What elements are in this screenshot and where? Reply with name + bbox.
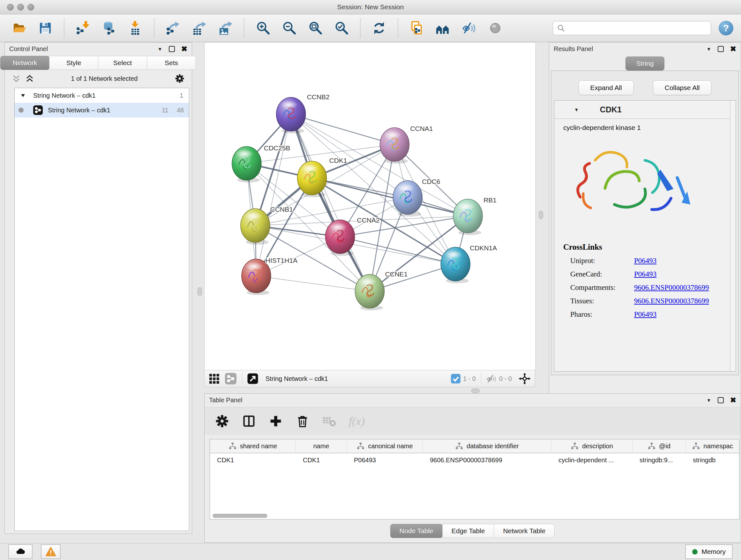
table-horizontal-scrollbar[interactable] xyxy=(212,514,267,518)
birds-eye-view-icon[interactable] xyxy=(247,373,259,384)
panel-maximize-icon[interactable] xyxy=(169,46,175,52)
help-icon[interactable]: ? xyxy=(719,21,733,36)
export-table-icon[interactable] xyxy=(192,20,207,36)
memory-button[interactable]: Memory xyxy=(685,544,733,559)
right-splitter-handle[interactable] xyxy=(539,211,543,219)
tab-sets[interactable]: Sets xyxy=(147,56,196,70)
left-splitter-handle[interactable] xyxy=(198,287,202,296)
collapse-all-networks-icon[interactable] xyxy=(12,74,21,83)
table-cell[interactable]: CDK1 xyxy=(210,453,296,467)
results-scrollbar[interactable] xyxy=(730,101,736,371)
column-header-@id[interactable]: @id xyxy=(632,439,686,453)
table-row[interactable]: CDK1CDK1P064939606.ENSP00000378699cyclin… xyxy=(210,453,739,467)
tab-edge-table[interactable]: Edge Table xyxy=(442,524,494,538)
panel-maximize-icon[interactable] xyxy=(718,46,724,52)
expand-all-button[interactable]: Expand All xyxy=(579,80,634,95)
panel-float-icon[interactable]: ▼ xyxy=(706,46,711,52)
network-node-RB1[interactable] xyxy=(453,199,482,235)
bottom-splitter-handle[interactable] xyxy=(471,388,480,393)
panel-float-icon[interactable]: ▼ xyxy=(158,46,162,52)
collapse-all-button[interactable]: Collapse All xyxy=(653,80,712,95)
network-node-CCNB1[interactable] xyxy=(241,208,270,245)
tab-string[interactable]: String xyxy=(625,57,664,71)
network-node-CCNA2[interactable] xyxy=(326,220,355,256)
minimize-window-icon[interactable] xyxy=(17,4,24,10)
save-session-icon[interactable] xyxy=(38,20,53,36)
crosslink-link[interactable]: P06493 xyxy=(634,270,657,278)
show-all-icon[interactable] xyxy=(488,20,503,36)
column-header-description[interactable]: description xyxy=(551,439,632,453)
collection-expander-icon[interactable] xyxy=(20,93,25,98)
grid-view-icon[interactable] xyxy=(208,373,220,384)
crosslink-link[interactable]: P06493 xyxy=(634,257,657,265)
column-header-shared-name[interactable]: shared name xyxy=(210,439,296,453)
network-node-CDC25B[interactable] xyxy=(232,146,261,183)
tab-style[interactable]: Style xyxy=(49,56,98,70)
fit-selected-crosshair-icon[interactable] xyxy=(518,372,531,385)
close-window-icon[interactable] xyxy=(7,4,14,10)
column-header-namespac[interactable]: namespac xyxy=(686,439,739,453)
table-cell[interactable]: stringdb:9... xyxy=(632,453,686,467)
panel-close-icon[interactable]: ✖ xyxy=(730,45,736,53)
export-image-icon[interactable] xyxy=(218,20,233,36)
table-options-gear-icon[interactable] xyxy=(215,414,229,428)
table-cell[interactable]: 9606.ENSP00000378699 xyxy=(423,453,551,467)
warning-status-button[interactable] xyxy=(41,544,61,559)
first-neighbors-icon[interactable] xyxy=(435,20,451,36)
column-header-canonical-name[interactable]: canonical name xyxy=(347,439,423,453)
panel-maximize-icon[interactable] xyxy=(718,397,724,403)
delete-column-icon[interactable] xyxy=(295,414,310,428)
import-table-from-file-icon[interactable] xyxy=(128,20,143,36)
network-node-CCNE1[interactable] xyxy=(355,274,385,310)
maximize-window-icon[interactable] xyxy=(27,4,34,10)
open-session-icon[interactable] xyxy=(11,20,27,36)
tab-node-table[interactable]: Node Table xyxy=(390,524,443,538)
zoom-selected-icon[interactable] xyxy=(334,20,349,36)
create-column-icon[interactable] xyxy=(268,414,283,428)
panel-close-icon[interactable]: ✖ xyxy=(730,396,736,404)
search-input[interactable] xyxy=(568,24,707,32)
table-cell[interactable]: cyclin-dependent ... xyxy=(551,453,632,467)
panel-float-icon[interactable]: ▼ xyxy=(706,397,711,403)
expand-all-networks-icon[interactable] xyxy=(25,74,34,83)
tab-network-table[interactable]: Network Table xyxy=(494,524,555,538)
crosslink-link[interactable]: P06493 xyxy=(634,310,657,319)
crosslink-link[interactable]: 9606.ENSP00000378699 xyxy=(634,284,709,292)
zoom-out-icon[interactable] xyxy=(281,20,297,36)
fit-content-icon[interactable] xyxy=(308,20,323,36)
gene-section-header[interactable]: ▼ CDK1 xyxy=(554,101,736,119)
network-icon xyxy=(33,105,43,115)
table-cell[interactable]: P06493 xyxy=(347,453,423,467)
network-view-icon[interactable] xyxy=(225,373,237,384)
network-node-CCNA1[interactable] xyxy=(380,128,409,164)
tab-select[interactable]: Select xyxy=(98,56,147,70)
export-network-icon[interactable] xyxy=(165,20,181,36)
zoom-in-icon[interactable] xyxy=(255,20,271,36)
import-network-from-file-icon[interactable] xyxy=(75,20,91,36)
tab-network[interactable]: Network xyxy=(0,56,50,70)
section-expander-icon[interactable]: ▼ xyxy=(574,107,579,112)
footer-separator xyxy=(242,372,243,385)
table-cell[interactable]: CDK1 xyxy=(296,453,347,467)
refresh-icon[interactable] xyxy=(372,20,387,36)
function-builder-icon: f(x) xyxy=(349,415,365,428)
import-network-from-database-icon[interactable] xyxy=(102,20,117,36)
annotations-icon[interactable] xyxy=(409,20,424,36)
network-node-CCNB2[interactable] xyxy=(276,98,306,133)
table-cell[interactable]: stringdb xyxy=(686,453,739,467)
network-edge-count: 48 xyxy=(177,107,184,114)
panel-close-icon[interactable]: ✖ xyxy=(181,45,187,53)
column-header-database-identifier[interactable]: database identifier xyxy=(423,439,551,453)
window-title: Session: New Session xyxy=(0,0,741,14)
column-header-name[interactable]: name xyxy=(296,439,347,453)
network-collection-row[interactable]: String Network – cdk1 1 xyxy=(15,88,189,103)
network-node-CDKN1A[interactable] xyxy=(441,247,470,283)
hide-selected-icon[interactable] xyxy=(461,20,477,36)
cloud-status-button[interactable] xyxy=(8,544,32,559)
crosslink-link[interactable]: 9606.ENSP00000378699 xyxy=(634,297,709,305)
network-node-HIST1H1A[interactable] xyxy=(242,259,271,295)
show-columns-icon[interactable] xyxy=(242,414,256,428)
network-options-gear-icon[interactable] xyxy=(175,73,185,84)
network-canvas[interactable]: CCNB2CCNA1CDC25BCDK1CDC6RB1CCNB1CCNA2CDK… xyxy=(204,42,536,370)
network-row-selected[interactable]: String Network – cdk1 11 48 xyxy=(15,103,189,118)
